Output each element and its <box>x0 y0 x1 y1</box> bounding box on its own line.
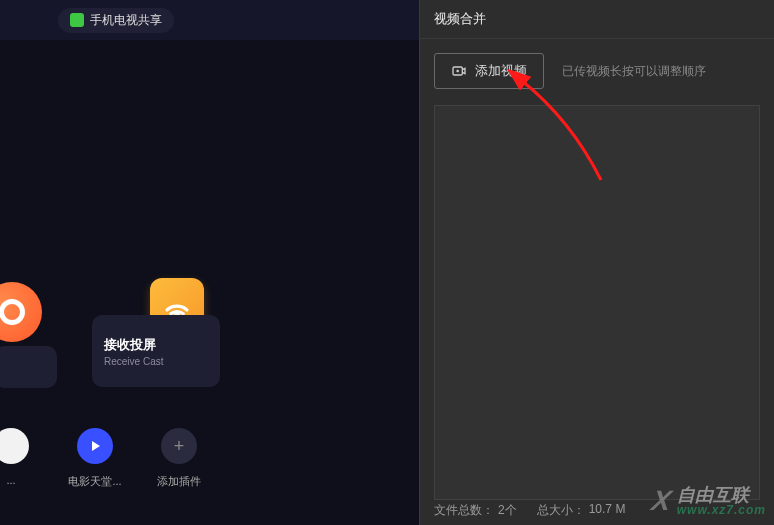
shortcut-label: 添加插件 <box>157 474 201 489</box>
panel-footer: 文件总数： 2个 总大小： 10.7 M <box>434 502 625 519</box>
add-video-label: 添加视频 <box>475 62 527 80</box>
cast-subtitle: Receive Cast <box>104 356 208 367</box>
video-list-area[interactable] <box>434 105 760 500</box>
shortcut-item[interactable]: 电影天堂... <box>66 428 124 489</box>
feature-card-partial[interactable] <box>0 346 57 388</box>
video-merge-panel: 视频合并 添加视频 已传视频长按可以调整顺序 文件总数： 2个 总大小： 10.… <box>419 0 774 525</box>
add-plugin-button[interactable]: + 添加插件 <box>150 428 208 489</box>
panel-toolbar: 添加视频 已传视频长按可以调整顺序 <box>420 39 774 99</box>
watermark-url: www.xz7.com <box>677 504 766 516</box>
watermark-logo-icon: X <box>649 485 673 517</box>
donut-icon <box>0 299 25 325</box>
cast-title: 接收投屏 <box>104 336 208 354</box>
total-size-value: 10.7 M <box>589 502 626 519</box>
shortcut-item[interactable]: ... <box>0 428 40 486</box>
play-circle-icon <box>77 428 113 464</box>
shortcut-label: ... <box>6 474 15 486</box>
watermark: X 自由互联 www.xz7.com <box>652 485 766 517</box>
share-label: 手机电视共享 <box>90 12 162 29</box>
file-count-label: 文件总数： <box>434 502 494 519</box>
phone-tv-share-button[interactable]: 手机电视共享 <box>58 8 174 33</box>
add-video-button[interactable]: 添加视频 <box>434 53 544 89</box>
shortcut-row: ... 电影天堂... + 添加插件 <box>0 428 208 489</box>
panel-title: 视频合并 <box>420 0 774 39</box>
plus-circle-icon: + <box>161 428 197 464</box>
total-size-label: 总大小： <box>537 502 585 519</box>
android-icon <box>70 13 84 27</box>
feature-circle-icon[interactable] <box>0 282 42 342</box>
file-count-value: 2个 <box>498 502 517 519</box>
play-icon <box>92 441 100 451</box>
video-plus-icon <box>451 63 467 79</box>
left-content: 接收投屏 Receive Cast ... 电影天堂... + 添加插件 <box>0 40 419 525</box>
reorder-hint: 已传视频长按可以调整顺序 <box>562 63 706 80</box>
receive-cast-card[interactable]: 接收投屏 Receive Cast <box>92 315 220 387</box>
shortcut-label: 电影天堂... <box>68 474 121 489</box>
watermark-text: 自由互联 <box>677 486 766 504</box>
shortcut-icon <box>0 428 29 464</box>
